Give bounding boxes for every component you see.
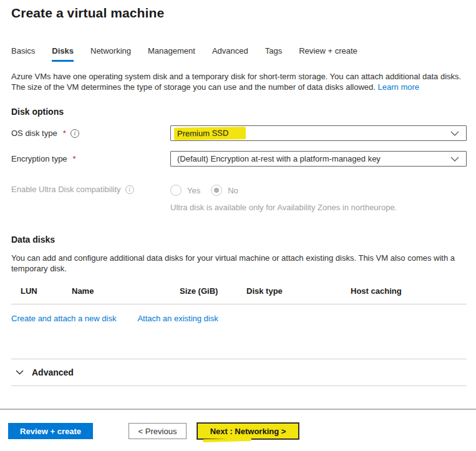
- info-icon[interactable]: i: [125, 185, 134, 194]
- encryption-type-label: Encryption type: [11, 154, 67, 163]
- footer-buttons: Review + create < Previous Next : Networ…: [8, 423, 476, 439]
- data-disks-table-header: LUN Name Size (GiB) Disk type Host cachi…: [11, 281, 467, 304]
- required-asterisk: *: [73, 154, 76, 163]
- encryption-type-label-group: Encryption type*: [11, 154, 170, 163]
- create-attach-new-disk-link[interactable]: Create and attach a new disk: [11, 314, 116, 323]
- ultra-disk-option-no[interactable]: No: [211, 185, 238, 196]
- tab-basics[interactable]: Basics: [11, 46, 35, 62]
- os-disk-type-field: Premium SSD: [170, 125, 467, 141]
- ultra-disk-yes-label: Yes: [187, 186, 200, 195]
- encryption-type-field: (Default) Encryption at-rest with a plat…: [170, 151, 467, 167]
- ultra-disk-row: Enable Ultra Disk compatibility i Yes No…: [11, 185, 467, 212]
- review-create-button[interactable]: Review + create: [8, 423, 93, 439]
- column-header-lun: LUN: [21, 286, 72, 296]
- data-disks-heading: Data disks: [11, 235, 467, 245]
- info-icon[interactable]: i: [70, 129, 79, 138]
- column-header-size: Size (GiB): [180, 286, 246, 296]
- column-header-host-caching: Host caching: [351, 286, 467, 296]
- create-vm-page: Create a virtual machine Basics Disks Ne…: [0, 0, 476, 451]
- column-header-disk-type: Disk type: [246, 286, 351, 296]
- divider: [11, 386, 467, 386]
- ultra-disk-radio-group: Yes No: [170, 185, 467, 196]
- tab-advanced[interactable]: Advanced: [212, 46, 248, 62]
- column-header-name: Name: [72, 286, 180, 296]
- ultra-disk-label-group: Enable Ultra Disk compatibility i: [11, 185, 170, 194]
- encryption-type-row: Encryption type* (Default) Encryption at…: [11, 151, 467, 167]
- tab-review-create[interactable]: Review + create: [299, 46, 357, 62]
- advanced-section-toggle[interactable]: Advanced: [11, 359, 467, 386]
- advanced-section-label: Advanced: [32, 367, 74, 377]
- ultra-disk-label: Enable Ultra Disk compatibility: [11, 185, 121, 194]
- radio-checked-icon[interactable]: [211, 185, 222, 196]
- data-disks-description: You can add and configure additional dat…: [11, 253, 467, 274]
- os-disk-type-label-group: OS disk type* i: [11, 129, 170, 138]
- disk-options-heading: Disk options: [11, 107, 467, 117]
- encryption-type-value: (Default) Encryption at-rest with a plat…: [177, 154, 381, 163]
- ultra-disk-no-label: No: [228, 186, 238, 195]
- os-disk-type-row: OS disk type* i Premium SSD: [11, 125, 467, 141]
- radio-unchecked-icon[interactable]: [170, 185, 182, 196]
- intro-text: Azure VMs have one operating system disk…: [11, 71, 467, 92]
- encryption-type-dropdown[interactable]: (Default) Encryption at-rest with a plat…: [170, 151, 467, 167]
- ultra-disk-helper-text: Ultra disk is available only for Availab…: [170, 203, 467, 212]
- previous-button[interactable]: < Previous: [129, 423, 187, 439]
- tab-networking[interactable]: Networking: [90, 46, 131, 62]
- next-networking-button[interactable]: Next : Networking >: [197, 423, 299, 439]
- chevron-down-icon: [16, 370, 24, 375]
- attach-existing-disk-link[interactable]: Attach an existing disk: [137, 314, 218, 323]
- os-disk-type-value: Premium SSD: [174, 127, 246, 140]
- ultra-disk-field: Yes No Ultra disk is available only for …: [170, 185, 467, 212]
- tab-disks[interactable]: Disks: [52, 46, 74, 62]
- footer-bar: Review + create < Previous Next : Networ…: [0, 409, 476, 439]
- chevron-down-icon: [450, 157, 459, 162]
- tab-bar: Basics Disks Networking Management Advan…: [11, 46, 467, 62]
- os-disk-type-label: OS disk type: [11, 129, 57, 138]
- os-disk-type-dropdown[interactable]: Premium SSD: [170, 125, 467, 141]
- page-title: Create a virtual machine: [11, 0, 467, 21]
- chevron-down-icon: [450, 131, 459, 136]
- data-disks-links: Create and attach a new disk Attach an e…: [11, 314, 467, 323]
- tab-management[interactable]: Management: [148, 46, 195, 62]
- tab-tags[interactable]: Tags: [265, 46, 282, 62]
- required-asterisk: *: [63, 129, 66, 138]
- learn-more-link[interactable]: Learn more: [378, 82, 419, 92]
- ultra-disk-option-yes[interactable]: Yes: [170, 185, 200, 196]
